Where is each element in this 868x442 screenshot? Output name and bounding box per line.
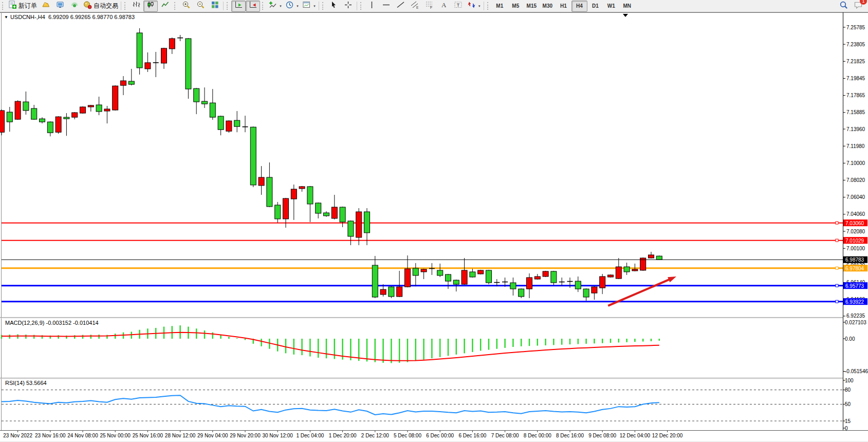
svg-text:F: F: [430, 6, 432, 9]
template-icon: [302, 1, 311, 11]
signals-button[interactable]: [67, 1, 82, 12]
text-label-button[interactable]: T: [451, 1, 466, 12]
text-button[interactable]: A: [437, 1, 451, 12]
candle: [608, 274, 614, 278]
time-tick-label[interactable]: 8 Dec 00:00: [524, 433, 551, 438]
timeframe-M5-button[interactable]: M5: [508, 1, 524, 12]
time-tick-label[interactable]: 29 Nov 20:00: [230, 433, 261, 438]
price-label-text: 6.95773: [845, 283, 864, 289]
dropdown-caret-icon[interactable]: ▼: [313, 5, 316, 8]
line-handle: [836, 300, 838, 303]
time-tick-label[interactable]: 23 Nov 2022: [3, 433, 32, 438]
time-tick-label[interactable]: 7 Dec 08:00: [491, 433, 519, 438]
chart-canvas[interactable]: 7.257857.238057.218257.198457.178657.158…: [0, 0, 868, 442]
autotrading-icon: [83, 1, 92, 11]
price-tick-label: 7.02080: [846, 229, 865, 234]
price-tick-label: 7.00100: [846, 246, 865, 251]
candlestick-button[interactable]: [143, 1, 158, 12]
timeframe-M1-button[interactable]: M1: [492, 1, 508, 12]
publisher-button[interactable]: [53, 1, 67, 12]
time-tick-label[interactable]: 28 Nov 12:00: [165, 433, 196, 438]
time-tick-label[interactable]: 6 Dec 00:00: [426, 433, 454, 438]
notification-badge: 1: [860, 0, 867, 5]
price-tick-label: 6.92235: [846, 313, 865, 319]
timeframe-MN-button[interactable]: MN: [619, 1, 635, 12]
timeframe-H1-button[interactable]: H1: [556, 1, 571, 12]
fibonacci-button[interactable]: F: [422, 1, 437, 12]
price-label-text: 6.98783: [845, 257, 864, 263]
toolbar-grip: [262, 2, 265, 10]
price-tick-label: 7.13960: [846, 126, 865, 132]
equidistant-channel-button[interactable]: E: [408, 1, 422, 12]
time-tick-label[interactable]: 25 Nov 16:00: [133, 433, 163, 438]
dropdown-caret-icon[interactable]: ▼: [279, 5, 282, 8]
line-chart-button[interactable]: [158, 1, 172, 12]
zoom-in-button[interactable]: [179, 1, 193, 12]
cursor-arrow-button[interactable]: [327, 1, 341, 12]
toolbar-separator: [319, 2, 319, 10]
trendline-button[interactable]: [394, 1, 408, 12]
chart-background[interactable]: [0, 12, 868, 441]
toolbar-grip: [487, 2, 490, 10]
auto-scroll-button[interactable]: [231, 1, 246, 12]
zoom-out-button[interactable]: [193, 1, 208, 12]
time-tick-label[interactable]: 1 Dec 20:00: [329, 433, 357, 438]
time-tick-label[interactable]: 25 Nov 00:00: [100, 433, 131, 438]
price-label-text: 7.03060: [845, 220, 864, 226]
chat-button[interactable]: 1: [854, 1, 863, 12]
price-tick-label: 7.11980: [846, 143, 865, 149]
timeframe-D1-button[interactable]: D1: [587, 1, 603, 12]
toolbar-separator: [121, 2, 121, 10]
arrows-object-icon: [467, 1, 476, 11]
candle: [543, 271, 548, 277]
search-icon: [839, 3, 848, 11]
indicators-button[interactable]: ▼: [267, 1, 284, 12]
timeframe-M15-button[interactable]: M15: [524, 1, 540, 12]
arrows-object-button[interactable]: ▼: [466, 1, 483, 12]
time-tick-label[interactable]: 30 Nov 12:00: [262, 433, 293, 438]
time-tick-label[interactable]: 29 Nov 04:00: [197, 433, 228, 438]
signals-icon: [70, 1, 79, 11]
button-label: W1: [607, 3, 615, 9]
candle: [80, 106, 86, 114]
price-tick-label: 7.19845: [846, 76, 865, 81]
new-order-button[interactable]: 新订单: [7, 1, 39, 12]
time-tick-label[interactable]: 8 Dec 16:00: [556, 433, 584, 438]
time-tick-label[interactable]: 12 Dec 04:00: [620, 433, 651, 438]
svg-text:E: E: [416, 6, 419, 9]
button-label: M30: [543, 3, 552, 9]
vertical-line-button[interactable]: [365, 1, 379, 12]
time-tick-label[interactable]: 9 Dec 08:00: [588, 433, 616, 438]
dropdown-caret-icon[interactable]: ▼: [296, 5, 299, 8]
time-tick-label[interactable]: 6 Dec 16:00: [458, 433, 486, 438]
crosshair-button[interactable]: [341, 1, 356, 12]
rsi-tick-label: 0: [845, 426, 848, 431]
timeframe-W1-button[interactable]: W1: [603, 1, 619, 12]
period-clock-button[interactable]: ▼: [284, 1, 301, 12]
time-tick-label[interactable]: 2 Dec 12:00: [361, 433, 389, 438]
autotrading-button[interactable]: 自动交易: [82, 1, 120, 12]
time-tick-label[interactable]: 12 Dec 20:00: [652, 433, 683, 438]
time-tick-label[interactable]: 24 Nov 08:00: [67, 433, 98, 438]
search-button[interactable]: [839, 1, 848, 12]
dropdown-caret-icon[interactable]: ▼: [478, 5, 481, 8]
horizontal-line-button[interactable]: [379, 1, 394, 12]
bar-chart-button[interactable]: [129, 1, 143, 12]
timeframe-H4-button[interactable]: H4: [571, 1, 587, 12]
timeframe-M30-button[interactable]: M30: [540, 1, 556, 12]
time-tick-label[interactable]: 5 Dec 08:00: [394, 433, 421, 438]
line-chart-icon: [161, 1, 170, 11]
price-tick-label: 7.23805: [846, 42, 865, 47]
tile-windows-button[interactable]: [208, 1, 222, 12]
chart-shift-button[interactable]: [246, 1, 260, 12]
toolbar-grip: [124, 2, 127, 10]
button-label: D1: [592, 3, 599, 9]
template-button[interactable]: ▼: [301, 1, 318, 12]
candle: [250, 126, 256, 187]
button-label: 自动交易: [94, 2, 118, 10]
candle: [389, 286, 394, 298]
time-tick-label[interactable]: 23 Nov 16:00: [35, 433, 66, 438]
gold-chart-button[interactable]: [39, 1, 53, 12]
time-tick-label[interactable]: 1 Dec 04:00: [296, 433, 324, 438]
candle: [656, 255, 662, 260]
